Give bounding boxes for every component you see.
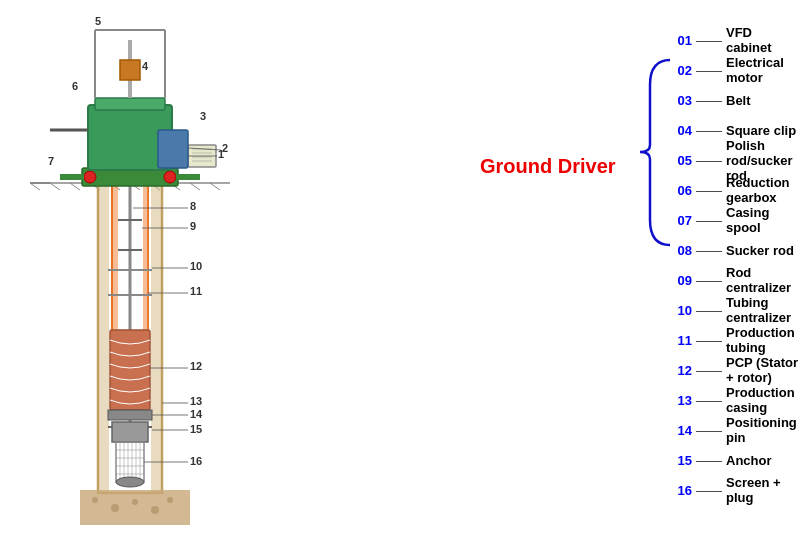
item-dash-12: —— <box>696 363 722 378</box>
svg-text:14: 14 <box>190 408 203 420</box>
legend-item-16: 16——Screen + plug <box>670 475 800 505</box>
item-number-08: 08 <box>670 243 692 258</box>
item-number-12: 12 <box>670 363 692 378</box>
item-label-14: Positioning pin <box>726 415 800 445</box>
legend-item-09: 09——Rod centralizer <box>670 265 800 295</box>
svg-point-48 <box>164 171 176 183</box>
item-number-04: 04 <box>670 123 692 138</box>
svg-text:9: 9 <box>190 220 196 232</box>
item-number-10: 10 <box>670 303 692 318</box>
item-number-09: 09 <box>670 273 692 288</box>
item-number-05: 05 <box>670 153 692 168</box>
item-number-02: 02 <box>670 63 692 78</box>
item-label-15: Anchor <box>726 453 772 468</box>
item-label-13: Production casing <box>726 385 800 415</box>
legend-item-13: 13——Production casing <box>670 385 800 415</box>
legend-item-10: 10——Tubing centralizer <box>670 295 800 325</box>
item-dash-07: —— <box>696 213 722 228</box>
legend-item-01: 01——VFD cabinet <box>670 25 800 55</box>
svg-point-45 <box>167 497 173 503</box>
legend-item-07: 07——Casing spool <box>670 205 800 235</box>
item-dash-05: —— <box>696 153 722 168</box>
svg-text:15: 15 <box>190 423 202 435</box>
svg-text:13: 13 <box>190 395 202 407</box>
item-label-04: Square clip <box>726 123 796 138</box>
svg-text:7: 7 <box>48 155 54 167</box>
svg-text:12: 12 <box>190 360 202 372</box>
diagram-area: 1 2 3 4 5 6 7 8 9 10 11 <box>0 0 460 533</box>
svg-line-10 <box>190 183 200 190</box>
svg-rect-25 <box>112 422 148 442</box>
item-number-14: 14 <box>670 423 692 438</box>
legend-item-05: 05——Polish rod/sucker rod <box>670 145 800 175</box>
svg-line-4 <box>70 183 80 190</box>
legend-area: Ground Driver 01——VFD cabinet02——Electri… <box>460 0 800 533</box>
svg-text:4: 4 <box>142 60 149 72</box>
svg-rect-61 <box>120 60 140 80</box>
item-dash-04: —— <box>696 123 722 138</box>
svg-rect-40 <box>80 490 190 525</box>
item-label-10: Tubing centralizer <box>726 295 800 325</box>
item-number-13: 13 <box>670 393 692 408</box>
item-dash-13: —— <box>696 393 722 408</box>
svg-text:10: 10 <box>190 260 202 272</box>
item-number-16: 16 <box>670 483 692 498</box>
legend-item-06: 06——Reduction gearbox <box>670 175 800 205</box>
item-number-06: 06 <box>670 183 692 198</box>
item-dash-16: —— <box>696 483 722 498</box>
item-dash-02: —— <box>696 63 722 78</box>
svg-rect-59 <box>158 130 188 168</box>
svg-text:6: 6 <box>72 80 78 92</box>
item-dash-11: —— <box>696 333 722 348</box>
item-number-01: 01 <box>670 33 692 48</box>
legend-items: 01——VFD cabinet02——Electrical motor03——B… <box>670 25 800 505</box>
item-label-07: Casing spool <box>726 205 800 235</box>
main-container: 1 2 3 4 5 6 7 8 9 10 11 <box>0 0 800 533</box>
svg-text:8: 8 <box>190 200 196 212</box>
item-dash-15: —— <box>696 453 722 468</box>
item-label-06: Reduction gearbox <box>726 175 800 205</box>
item-number-15: 15 <box>670 453 692 468</box>
legend-item-12: 12——PCP (Stator + rotor) <box>670 355 800 385</box>
svg-line-11 <box>210 183 220 190</box>
svg-point-43 <box>132 499 138 505</box>
item-dash-09: —— <box>696 273 722 288</box>
svg-point-42 <box>111 504 119 512</box>
svg-text:11: 11 <box>190 285 202 297</box>
item-dash-03: —— <box>696 93 722 108</box>
item-label-11: Production tubing <box>726 325 800 355</box>
item-dash-06: —— <box>696 183 722 198</box>
item-number-03: 03 <box>670 93 692 108</box>
svg-point-39 <box>116 477 144 487</box>
item-number-11: 11 <box>670 333 692 348</box>
svg-point-41 <box>92 497 98 503</box>
legend-item-14: 14——Positioning pin <box>670 415 800 445</box>
legend-item-08: 08——Sucker rod <box>670 235 800 265</box>
ground-driver-label: Ground Driver <box>480 155 616 178</box>
item-label-08: Sucker rod <box>726 243 794 258</box>
item-label-02: Electrical motor <box>726 55 800 85</box>
item-dash-14: —— <box>696 423 722 438</box>
svg-text:3: 3 <box>200 110 206 122</box>
item-label-16: Screen + plug <box>726 475 800 505</box>
svg-text:5: 5 <box>95 15 101 27</box>
legend-item-11: 11——Production tubing <box>670 325 800 355</box>
svg-line-3 <box>50 183 60 190</box>
legend-item-02: 02——Electrical motor <box>670 55 800 85</box>
svg-point-44 <box>151 506 159 514</box>
svg-rect-13 <box>99 184 109 492</box>
legend-item-03: 03——Belt <box>670 85 800 115</box>
item-label-09: Rod centralizer <box>726 265 800 295</box>
svg-rect-24 <box>108 410 152 420</box>
item-label-03: Belt <box>726 93 751 108</box>
item-dash-08: —— <box>696 243 722 258</box>
svg-rect-14 <box>151 184 161 492</box>
svg-text:2: 2 <box>222 142 228 154</box>
svg-line-2 <box>30 183 40 190</box>
item-label-12: PCP (Stator + rotor) <box>726 355 800 385</box>
item-number-07: 07 <box>670 213 692 228</box>
item-dash-01: —— <box>696 33 722 48</box>
svg-rect-52 <box>95 98 165 110</box>
item-dash-10: —— <box>696 303 722 318</box>
item-label-01: VFD cabinet <box>726 25 800 55</box>
